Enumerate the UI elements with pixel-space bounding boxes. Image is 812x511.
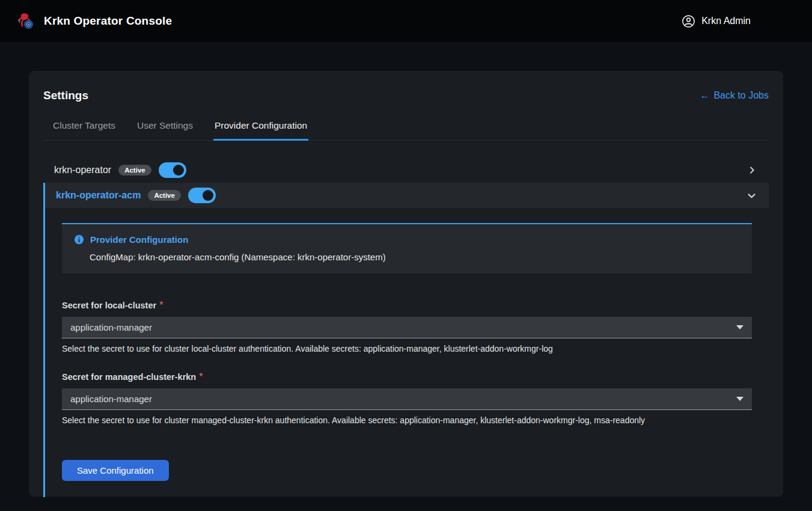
provider-row-krkn-operator[interactable]: krkn-operator Active bbox=[43, 158, 769, 183]
provider-enabled-toggle[interactable] bbox=[188, 188, 216, 203]
status-badge: Active bbox=[118, 165, 151, 176]
provider-config-info-alert: Provider Configuration ConfigMap: krkn-o… bbox=[62, 223, 752, 274]
field-helper-text: Select the secret to use for cluster loc… bbox=[62, 344, 752, 353]
secret-managed-cluster-krkn-select[interactable]: application-manager bbox=[62, 388, 752, 410]
chevron-right-icon[interactable] bbox=[747, 165, 757, 175]
kraken-logo-icon bbox=[15, 10, 37, 32]
provider-section-krkn-operator-acm: krkn-operator-acm Active bbox=[43, 183, 769, 497]
user-avatar-icon bbox=[682, 14, 695, 28]
provider-name: krkn-operator-acm bbox=[56, 190, 141, 201]
required-marker: * bbox=[199, 372, 203, 382]
selected-value: application-manager bbox=[70, 394, 736, 404]
selected-value: application-manager bbox=[70, 322, 736, 332]
provider-name: krkn-operator bbox=[54, 165, 111, 176]
field-label: Secret for local-cluster bbox=[62, 301, 156, 310]
brand: Krkn Operator Console bbox=[15, 10, 172, 32]
select-caret-icon bbox=[736, 325, 743, 329]
secret-local-cluster-select[interactable]: application-manager bbox=[62, 317, 752, 338]
settings-tabs: Cluster Targets User Settings Provider C… bbox=[43, 120, 769, 141]
tab-cluster-targets[interactable]: Cluster Targets bbox=[52, 120, 117, 140]
tab-user-settings[interactable]: User Settings bbox=[136, 120, 194, 140]
page-title: Settings bbox=[43, 89, 88, 102]
field-secret-managed-cluster-krkn: Secret for managed-cluster-krkn* applica… bbox=[62, 372, 752, 425]
user-name: Krkn Admin bbox=[701, 16, 751, 26]
field-secret-local-cluster: Secret for local-cluster* application-ma… bbox=[62, 300, 752, 353]
provider-row-krkn-operator-acm[interactable]: krkn-operator-acm Active bbox=[45, 183, 769, 208]
info-alert-title: Provider Configuration bbox=[90, 234, 188, 245]
settings-card: Settings ← Back to Jobs Cluster Targets … bbox=[29, 71, 783, 497]
info-icon bbox=[74, 234, 84, 245]
select-caret-icon bbox=[736, 397, 743, 401]
status-badge: Active bbox=[148, 190, 181, 201]
required-marker: * bbox=[159, 300, 163, 310]
configmap-detail: ConfigMap: krkn-operator-acm-config (Nam… bbox=[90, 252, 740, 262]
field-helper-text: Select the secret to use for cluster man… bbox=[62, 415, 752, 425]
provider-list: krkn-operator Active krkn-operator-acm A… bbox=[43, 158, 769, 497]
app-title: Krkn Operator Console bbox=[44, 14, 172, 28]
back-arrow-icon: ← bbox=[700, 90, 709, 101]
field-label: Secret for managed-cluster-krkn bbox=[62, 372, 196, 382]
user-menu[interactable]: Krkn Admin bbox=[682, 0, 751, 42]
chevron-down-icon[interactable] bbox=[746, 191, 757, 201]
top-bar: Krkn Operator Console Krkn Admin bbox=[0, 0, 812, 42]
provider-config-panel: Provider Configuration ConfigMap: krkn-o… bbox=[45, 208, 769, 497]
tab-provider-configuration[interactable]: Provider Configuration bbox=[213, 120, 308, 140]
save-configuration-button[interactable]: Save Configuration bbox=[62, 460, 169, 481]
back-to-jobs-link[interactable]: ← Back to Jobs bbox=[700, 90, 769, 101]
provider-enabled-toggle[interactable] bbox=[159, 162, 186, 178]
back-link-label: Back to Jobs bbox=[713, 90, 769, 101]
